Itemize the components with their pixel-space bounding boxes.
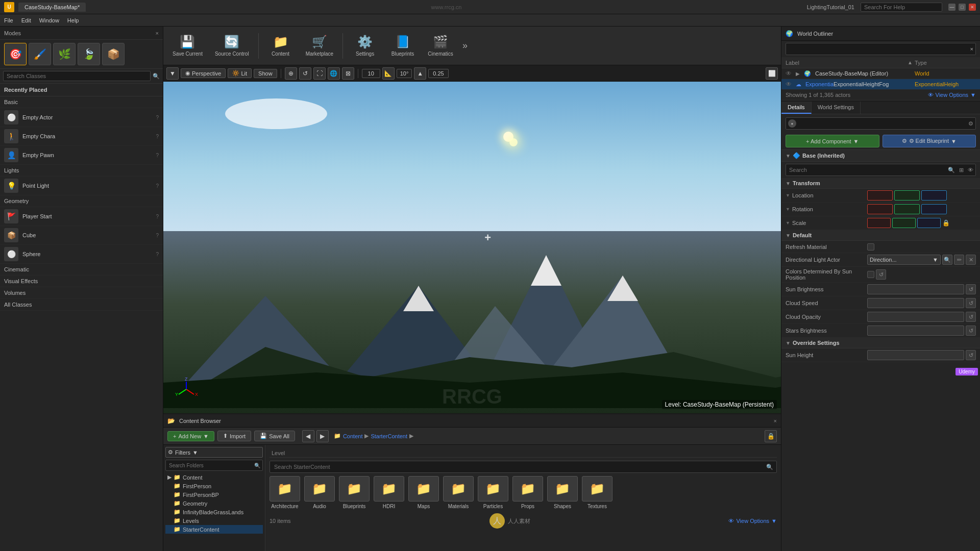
rotation-y-input[interactable]: 0° — [894, 204, 920, 214]
cinematics-button[interactable]: 🎬 Cinematics — [423, 29, 458, 63]
list-item-empty-chara[interactable]: 🚶 Empty Chara ? — [0, 127, 163, 146]
tree-levels[interactable]: 📁 Levels — [165, 516, 263, 525]
component-settings-icon[interactable]: ⚙ — [966, 120, 975, 127]
maximize-viewport[interactable]: ⬜ — [766, 67, 778, 80]
directional-edit-btn[interactable]: ✏ — [954, 255, 964, 265]
lit-button[interactable]: 🔆 Lit — [228, 68, 252, 78]
scale-arrow[interactable]: ▼ — [786, 220, 790, 226]
blueprints-button[interactable]: 📘 Blueprints — [385, 29, 421, 63]
grid-icon[interactable]: ⊠ — [342, 67, 354, 80]
category-geometry[interactable]: Geometry — [0, 195, 163, 207]
folder-shapes[interactable]: 📁 Shapes — [547, 476, 578, 509]
search-help-input[interactable] — [864, 4, 939, 10]
category-volumes[interactable]: Volumes — [0, 287, 163, 299]
import-button[interactable]: ⬆ Import — [217, 431, 251, 441]
list-item-player-start[interactable]: 🚩 Player Start ? — [0, 207, 163, 226]
colors-reset-btn[interactable]: ↺ — [876, 269, 886, 280]
mode-placement[interactable]: 🎯 — [4, 43, 27, 65]
search-details-input[interactable] — [786, 166, 946, 174]
search-folders-input[interactable] — [166, 462, 252, 469]
toolbar-more-button[interactable]: » — [460, 38, 470, 53]
angle-icon[interactable]: 📐 — [382, 67, 395, 80]
nav-back[interactable]: ◀ — [302, 430, 314, 442]
category-lights[interactable]: Lights — [0, 165, 163, 177]
scale-x-input[interactable]: 1.0 — [867, 218, 891, 228]
translate-icon[interactable]: ⊕ — [285, 67, 297, 80]
world-collapse-icon[interactable]: ▶ — [796, 71, 802, 77]
details-grid-icon[interactable]: ⊞ — [957, 167, 966, 173]
mode-geometry[interactable]: 📦 — [102, 43, 125, 65]
category-cinematic[interactable]: Cinematic — [0, 264, 163, 276]
folder-materials[interactable]: 📁 Materials — [443, 476, 474, 509]
directional-light-dropdown[interactable]: Direction... ▼ — [867, 255, 941, 265]
outliner-view-options[interactable]: 👁 View Options ▼ — [928, 92, 976, 98]
folder-architecture[interactable]: 📁 Architecture — [270, 476, 300, 509]
location-x-input[interactable]: 0.0 c — [867, 190, 893, 201]
path-chevron[interactable]: ▶ — [409, 433, 413, 439]
cb-view-options[interactable]: 👁 View Options ▼ — [728, 518, 777, 524]
category-all-classes[interactable]: All Classes — [0, 299, 163, 311]
modes-close[interactable]: × — [156, 30, 159, 36]
menu-file[interactable]: File — [4, 17, 13, 23]
section-default-header[interactable]: ▼ Default — [781, 230, 980, 241]
list-item-sphere[interactable]: ⚪ Sphere ? — [0, 245, 163, 264]
directional-search-btn[interactable]: 🔍 — [942, 255, 952, 265]
location-z-input[interactable]: 0.0 c — [921, 190, 947, 201]
eye-world[interactable]: 👁 — [786, 70, 794, 77]
location-arrow[interactable]: ▼ — [786, 193, 790, 198]
folder-particles[interactable]: 📁 Particles — [478, 476, 508, 509]
details-eye-toggle[interactable]: 👁 — [966, 167, 975, 173]
viewport-dropdown[interactable]: ▼ — [166, 67, 179, 80]
list-item-point-light[interactable]: 💡 Point Light ? — [0, 177, 163, 195]
settings-button[interactable]: ⚙️ Settings — [347, 29, 383, 63]
eye-fog[interactable]: 👁 — [786, 81, 794, 88]
menu-window[interactable]: Window — [39, 17, 59, 23]
section-override-header[interactable]: ▼ Override Settings — [781, 338, 980, 348]
cloud-opacity-input[interactable]: 1.182229 — [867, 312, 964, 322]
directional-clear-btn[interactable]: ✕ — [966, 255, 976, 265]
folder-textures[interactable]: 📁 Textures — [582, 476, 612, 509]
list-item-empty-pawn[interactable]: 👤 Empty Pawn ? — [0, 146, 163, 165]
tree-content[interactable]: ▶ 📁 Content — [165, 473, 263, 482]
sort-icon[interactable]: ▲ — [908, 60, 913, 65]
mode-paint[interactable]: 🖌️ — [29, 43, 51, 65]
folder-hdri[interactable]: 📁 HDRI — [374, 476, 404, 509]
edit-blueprint-button[interactable]: ⚙ ⚙ Edit Blueprint ▼ — [883, 135, 976, 147]
search-details-icon[interactable]: 🔍 — [946, 167, 957, 173]
tab-world-settings[interactable]: World Settings — [812, 102, 861, 114]
rotation-z-input[interactable]: 0° — [921, 204, 947, 214]
component-name-input[interactable]: BP_Sky_Shere — [798, 119, 966, 128]
close-button[interactable]: ✕ — [969, 4, 976, 11]
tree-firstperson[interactable]: 📁 FirstPerson — [165, 482, 263, 490]
show-button[interactable]: Show — [254, 69, 277, 78]
list-item-cube[interactable]: 📦 Cube ? — [0, 226, 163, 245]
content-browser-close[interactable]: × — [774, 418, 777, 424]
grid-size-value[interactable]: 10 — [362, 69, 380, 78]
path-content[interactable]: Content — [343, 433, 363, 439]
folder-audio[interactable]: 📁 Audio — [304, 476, 335, 509]
folder-props[interactable]: 📁 Props — [512, 476, 543, 509]
tree-infinity[interactable]: 📁 InfinityBladeGrassLands — [165, 508, 263, 516]
add-component-button[interactable]: + Add Component ▼ — [786, 135, 879, 147]
filters-button[interactable]: ⚙ Filters ▼ — [165, 447, 263, 458]
outliner-item-world[interactable]: 👁 ▶ 🌍 CaseStudy-BaseMap (Editor) World — [781, 68, 980, 79]
marketplace-button[interactable]: 🛒 Marketplace — [301, 29, 338, 63]
tab-details[interactable]: Details — [781, 102, 812, 114]
mode-foliage[interactable]: 🍃 — [78, 43, 100, 65]
rotation-arrow[interactable]: ▼ — [786, 207, 790, 212]
outliner-search-input[interactable]: expo — [786, 45, 968, 53]
viewport[interactable]: + Level: CaseStudy-BaseMap (Persistent) … — [163, 82, 781, 413]
sun-height-input[interactable]: 0.311625 — [867, 350, 964, 360]
section-transform-header[interactable]: ▼ Transform — [781, 178, 980, 189]
save-current-button[interactable]: 💾 Save Current — [167, 29, 208, 63]
outliner-search-clear[interactable]: × — [968, 46, 975, 52]
tree-geometry[interactable]: 📁 Geometry — [165, 499, 263, 508]
scale-icon[interactable]: ⛶ — [313, 67, 326, 80]
source-control-button[interactable]: 🔄 Source Control — [210, 29, 254, 63]
sun-height-reset[interactable]: ↺ — [966, 350, 976, 360]
maximize-button[interactable]: □ — [959, 4, 966, 11]
cb-lock-icon[interactable]: 🔒 — [765, 430, 777, 442]
tree-firstpersonbp[interactable]: 📁 FirstPersonBP — [165, 490, 263, 499]
cloud-speed-input[interactable]: 1.0 — [867, 298, 964, 308]
camera-icon[interactable]: ▲ — [414, 67, 426, 80]
